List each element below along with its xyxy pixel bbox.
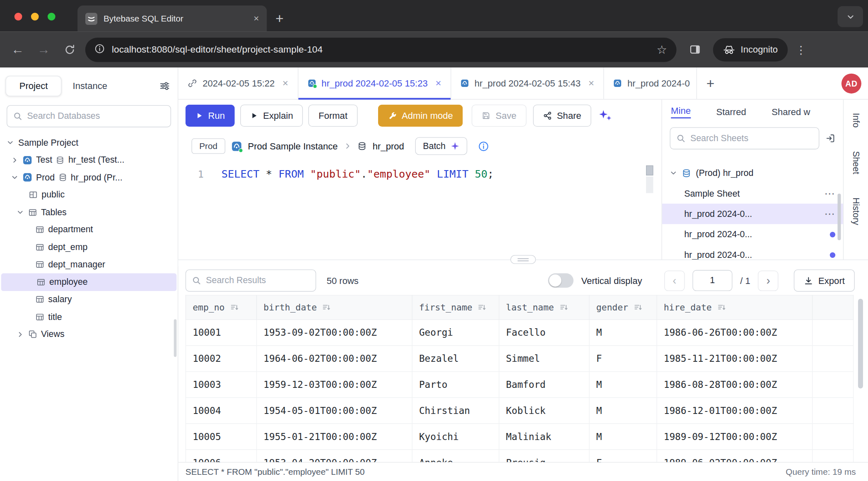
sort-icon[interactable] [230,303,239,312]
tab-info[interactable]: Info [851,113,861,128]
column-header-hire-date[interactable]: hire_date [657,295,813,320]
admin-mode-button[interactable]: Admin mode [378,105,463,127]
user-avatar[interactable]: AD [841,73,861,93]
column-header-gender[interactable]: gender [589,295,657,320]
results-search[interactable] [186,269,316,291]
cell: 1953-09-02T00:00:00Z [257,320,412,346]
share-icon [543,111,552,120]
tree-item-title[interactable]: title [0,308,178,326]
tree-item-tables[interactable]: Tables [0,204,178,221]
sheet-menu-icon[interactable]: ⋯ [824,207,835,220]
sheets-tab-mine[interactable]: Mine [671,106,691,118]
close-window-button[interactable] [14,13,22,21]
ai-sparkles-icon[interactable] [598,109,612,122]
tab-sheet[interactable]: Sheet [851,151,861,174]
database-search[interactable] [7,105,171,127]
sidebar-scrollbar[interactable] [174,319,177,357]
tree-item-test-instance[interactable]: Test hr_test (Test... [0,152,178,169]
zoom-window-button[interactable] [48,13,55,21]
close-worksheet-icon[interactable]: × [588,77,594,89]
save-button[interactable]: Save [472,105,526,127]
schema-icon [29,190,38,199]
tree-label: employee [49,277,88,287]
page-number-input[interactable] [692,270,732,291]
new-tab-button[interactable]: + [267,5,292,31]
editor-scrollbar[interactable] [646,166,653,176]
column-header-emp-no[interactable]: emp_no [186,295,256,320]
sheets-tab-starred[interactable]: Starred [716,106,746,117]
forward-icon[interactable]: → [33,39,54,60]
site-info-icon[interactable] [95,43,105,55]
sheet-item-sample[interactable]: Sample Sheet ⋯ [662,183,843,203]
sheet-item-3[interactable]: hr_prod 2024-0... [662,224,843,244]
sheet-menu-icon[interactable]: ⋯ [824,187,835,200]
tree-item-department[interactable]: department [0,221,178,238]
code-line: 1 SELECT * FROM "public"."employee" LIMI… [178,168,661,180]
info-icon[interactable] [478,141,489,151]
worksheet-tab-1[interactable]: 2024-02-05 15:22 × [178,67,298,99]
tree-item-salary[interactable]: salary [0,291,178,308]
back-icon[interactable]: ← [7,39,28,60]
sort-icon[interactable] [634,303,642,312]
reload-icon[interactable] [59,39,80,60]
sheet-item-4[interactable]: hr_prod 2024-0... [662,245,843,260]
filter-settings-icon[interactable] [159,81,170,91]
tree-item-sample-project[interactable]: Sample Project [0,134,178,151]
results-scrollbar[interactable] [858,299,863,389]
results-search-input[interactable] [206,276,309,286]
splitter-drag-handle[interactable] [510,255,535,264]
sheets-tab-shared[interactable]: Shared w [772,106,810,117]
tree-item-employee[interactable]: employee [1,273,177,291]
sql-editor[interactable]: 1 SELECT * FROM "public"."employee" LIMI… [178,161,661,260]
column-header-last-name[interactable]: last_name [499,295,589,320]
browser-menu-icon[interactable]: ⋮ [793,43,809,56]
database-search-input[interactable] [27,111,165,121]
vertical-display-toggle[interactable] [548,273,573,288]
sheets-search[interactable] [670,127,819,149]
close-worksheet-icon[interactable]: × [435,77,441,89]
column-header-birth-date[interactable]: birth_date [257,295,412,320]
tab-search-chevron-icon[interactable] [837,6,863,27]
worksheet-tab-2-active[interactable]: hr_prod 2024-02-05 15:23 × [298,67,451,99]
tree-item-dept-manager[interactable]: dept_manager [0,256,178,273]
batch-button[interactable]: Batch [415,137,468,155]
tab-project[interactable]: Project [5,76,61,96]
collapse-panel-icon[interactable] [825,133,835,143]
column-header-first-name[interactable]: first_name [412,295,499,320]
tree-item-prod-instance[interactable]: Prod hr_prod (Pr... [0,169,178,186]
sheets-search-input[interactable] [690,133,813,143]
export-button[interactable]: Export [794,269,855,291]
bookmark-star-icon[interactable]: ☆ [657,43,667,56]
explain-button[interactable]: Explain [241,105,303,127]
close-tab-icon[interactable]: × [253,13,259,24]
worksheet-tab-4[interactable]: hr_prod 2024-0 [604,67,697,99]
database-selector[interactable]: hr_prod [373,141,404,151]
sort-icon[interactable] [478,303,486,312]
sheet-group[interactable]: (Prod) hr_prod [662,163,843,183]
tree-item-dept-emp[interactable]: dept_emp [0,238,178,256]
format-button[interactable]: Format [309,105,357,127]
browser-tab[interactable]: Bytebase SQL Editor × [77,5,267,31]
sort-icon[interactable] [322,303,330,312]
worksheet-tab-3[interactable]: hr_prod 2024-02-05 15:43 × [451,67,604,99]
run-button[interactable]: Run [186,105,235,127]
address-bar[interactable]: localhost:8080/sql-editor/sheet/project-… [85,37,677,62]
tab-instance[interactable]: Instance [73,81,107,91]
next-page-button[interactable]: › [758,270,778,291]
sheets-scrollbar[interactable] [837,194,841,240]
side-panel-icon[interactable] [684,39,705,60]
tab-history[interactable]: History [851,197,861,225]
sort-icon[interactable] [559,303,568,312]
instance-selector[interactable]: Prod Sample Instance [248,141,338,151]
cell: Georgi [412,320,499,346]
minimize-window-button[interactable] [31,13,39,21]
tree-item-public-schema[interactable]: public [0,186,178,204]
close-worksheet-icon[interactable]: × [282,77,288,89]
environment-badge[interactable]: Prod [192,138,225,154]
prev-page-button[interactable]: ‹ [664,270,685,291]
sort-icon[interactable] [717,303,726,312]
sheet-item-selected[interactable]: hr_prod 2024-0... ⋯ [662,204,843,224]
share-button[interactable]: Share [533,105,591,127]
new-worksheet-button[interactable]: + [697,67,723,99]
tree-item-views[interactable]: Views [0,326,178,343]
